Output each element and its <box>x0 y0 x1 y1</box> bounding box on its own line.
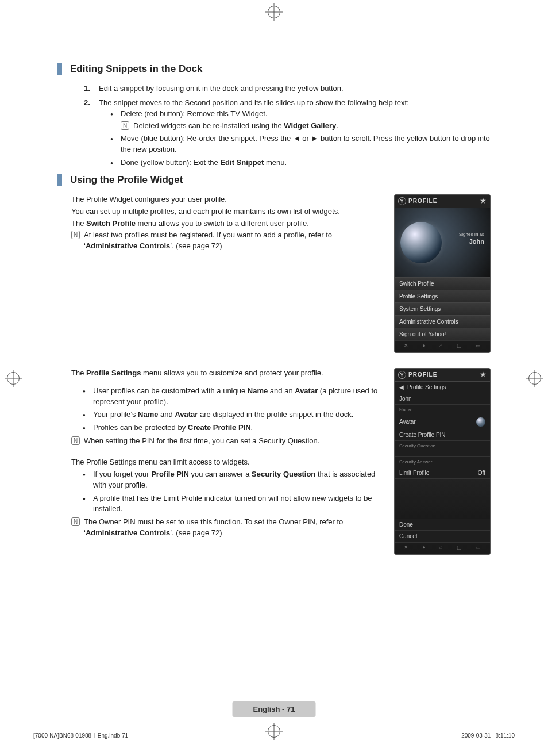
widget-menu-item: System Settings <box>395 302 490 315</box>
note-icon: N <box>121 121 129 130</box>
yahoo-logo-icon: ⌂ <box>439 343 442 348</box>
yahoo-logo-icon: ⌂ <box>439 544 442 550</box>
footer-timestamp: 2009-03-31 8:11:10 <box>461 732 515 739</box>
body-text: The Profile Settings menu allows you to … <box>71 368 385 379</box>
note-icon: N <box>71 231 80 239</box>
back-arrow-icon: ◀ <box>399 384 404 390</box>
footer-file-info: [7000-NA]BN68-01988H-Eng.indb 71 <box>33 732 128 739</box>
bullet-text: Profiles can be protected by Create Prof… <box>93 423 253 432</box>
yahoo-icon: Y <box>398 197 406 205</box>
note-icon: N <box>71 436 80 445</box>
step-number: 1. <box>84 83 90 94</box>
field-label: Security Answer <box>395 457 490 467</box>
bullet-text: A profile that has the Limit Profile ind… <box>93 494 372 513</box>
section-heading-2: Using the Profile Widget <box>57 174 491 186</box>
profile-widget-screenshot-2: YPROFILE ★ ◀ Profile Settings John Name … <box>394 368 491 555</box>
create-pin-item: Create Profile PIN <box>395 429 490 441</box>
widget-menu-item: Profile Settings <box>395 290 490 302</box>
arrow-icon: ▢ <box>457 544 462 550</box>
step-text: Edit a snippet by focusing on it in the … <box>99 84 344 93</box>
cancel-item: Cancel <box>395 531 490 542</box>
profile-widget-screenshot-1: YPROFILE ★ Signed in as John Switch Prof… <box>394 194 491 353</box>
registration-mark-icon <box>268 6 280 18</box>
limit-profile-label: Limit Profile <box>399 470 429 476</box>
page-number-tag: English - 71 <box>233 701 316 717</box>
close-icon: ✕ <box>404 544 408 550</box>
note-text: At least two profiles must be registered… <box>84 231 332 250</box>
yahoo-icon: Y <box>398 371 406 379</box>
section-heading-1: Editing Snippets in the Dock <box>57 63 491 75</box>
note-text: Deleted widgets can be re-installed usin… <box>133 121 338 130</box>
note-icon: N <box>71 517 80 526</box>
step-number: 2. <box>84 98 90 109</box>
avatar-label: Avatar <box>399 419 416 425</box>
widget-menu-item: Switch Profile <box>395 277 490 290</box>
globe-avatar-icon <box>400 222 442 263</box>
bullet-text: Move (blue button): Re-order the snippet… <box>121 134 490 153</box>
bullet-text: Delete (red button): Remove this TV Widg… <box>121 109 268 118</box>
note-text: When setting the PIN for the first time,… <box>84 436 319 445</box>
star-icon: ★ <box>480 371 487 378</box>
field-label: Name <box>395 405 490 415</box>
menu-icon: ▭ <box>476 544 481 550</box>
body-text: The Profile Widget configures your user … <box>71 194 385 205</box>
field-label: Security Question <box>395 441 490 451</box>
star-icon: ★ <box>480 197 487 205</box>
signed-in-label: Signed in as <box>459 231 484 237</box>
bullet-text: User profiles can be customized with a u… <box>93 386 377 406</box>
note-text: The Owner PIN must be set to use this fu… <box>84 517 343 537</box>
signed-in-name: John <box>469 238 484 245</box>
globe-avatar-icon <box>476 417 485 427</box>
registration-mark-icon <box>7 372 20 385</box>
dot-icon: ● <box>422 544 425 550</box>
menu-icon: ▭ <box>476 343 481 348</box>
body-text: The Switch Profile menu allows you to sw… <box>71 218 385 229</box>
bullet-text: Done (yellow button): Exit the Edit Snip… <box>121 158 287 167</box>
dot-icon: ● <box>422 343 425 348</box>
bullet-text: If you forget your Profile PIN you can a… <box>93 470 375 489</box>
bullet-text: Your profile’s Name and Avatar are displ… <box>93 410 353 419</box>
limit-profile-value: Off <box>478 470 485 476</box>
profile-name-value: John <box>395 393 490 405</box>
widget-menu-item: Administrative Controls <box>395 315 490 328</box>
body-text: You can set up multiple profiles, and ea… <box>71 206 385 217</box>
step-text: The snippet moves to the Second position… <box>99 98 409 107</box>
arrow-icon: ▢ <box>457 343 462 348</box>
close-icon: ✕ <box>404 343 408 348</box>
widget-subtitle: Profile Settings <box>407 384 446 390</box>
registration-mark-icon <box>528 372 541 385</box>
body-text: The Profile Settings menu can limit acce… <box>71 457 385 468</box>
widget-menu-item: Sign out of Yahoo! <box>395 328 490 340</box>
done-item: Done <box>395 519 490 531</box>
